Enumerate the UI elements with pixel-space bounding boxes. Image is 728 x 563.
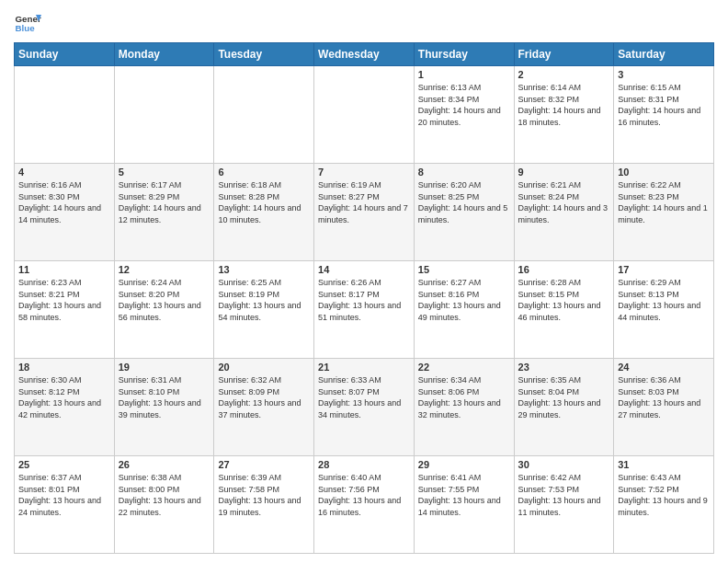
cell-text-line: Daylight: 13 hours and 27 minutes. bbox=[618, 397, 710, 420]
cell-text-line: Sunrise: 6:39 AM bbox=[218, 472, 310, 484]
cell-text-line: Daylight: 14 hours and 10 minutes. bbox=[218, 202, 310, 225]
cell-text-line: Sunset: 8:21 PM bbox=[18, 289, 110, 301]
cell-text-line: Sunrise: 6:43 AM bbox=[618, 472, 710, 484]
cell-text-line: Sunset: 7:56 PM bbox=[318, 484, 410, 496]
weekday-thursday: Thursday bbox=[414, 43, 514, 66]
calendar-cell: 27Sunrise: 6:39 AMSunset: 7:58 PMDayligh… bbox=[214, 456, 314, 554]
weekday-saturday: Saturday bbox=[614, 43, 714, 66]
cell-text-line: Daylight: 13 hours and 11 minutes. bbox=[518, 495, 610, 518]
day-number: 13 bbox=[218, 264, 310, 275]
calendar-cell: 3Sunrise: 6:15 AMSunset: 8:31 PMDaylight… bbox=[614, 66, 714, 164]
calendar-table: SundayMondayTuesdayWednesdayThursdayFrid… bbox=[14, 42, 714, 554]
cell-text-line: Sunrise: 6:25 AM bbox=[218, 277, 310, 289]
weekday-header-row: SundayMondayTuesdayWednesdayThursdayFrid… bbox=[15, 43, 714, 66]
day-number: 5 bbox=[119, 167, 210, 178]
day-number: 3 bbox=[618, 69, 710, 80]
calendar-cell: 23Sunrise: 6:35 AMSunset: 8:04 PMDayligh… bbox=[514, 359, 614, 456]
cell-text-line: Sunset: 8:34 PM bbox=[418, 94, 510, 106]
day-number: 19 bbox=[119, 362, 210, 373]
day-number: 28 bbox=[318, 459, 410, 470]
cell-text-line: Sunset: 8:17 PM bbox=[318, 289, 410, 301]
weekday-monday: Monday bbox=[114, 43, 214, 66]
calendar-cell: 28Sunrise: 6:40 AMSunset: 7:56 PMDayligh… bbox=[314, 456, 415, 554]
cell-text-line: Sunrise: 6:41 AM bbox=[418, 472, 510, 484]
day-number: 9 bbox=[518, 167, 610, 178]
cell-text-line: Daylight: 13 hours and 29 minutes. bbox=[518, 397, 610, 420]
cell-text-line: Sunrise: 6:31 AM bbox=[119, 374, 210, 386]
cell-text-line: Sunset: 8:23 PM bbox=[618, 191, 710, 203]
day-number: 31 bbox=[618, 459, 710, 470]
cell-text-line: Sunrise: 6:20 AM bbox=[418, 179, 510, 191]
cell-text-line: Sunset: 8:28 PM bbox=[218, 191, 310, 203]
logo-icon: General Blue bbox=[14, 9, 41, 37]
cell-text-line: Daylight: 14 hours and 12 minutes. bbox=[119, 202, 210, 225]
calendar-cell: 6Sunrise: 6:18 AMSunset: 8:28 PMDaylight… bbox=[214, 164, 314, 261]
cell-text-line: Daylight: 13 hours and 46 minutes. bbox=[518, 300, 610, 323]
weekday-tuesday: Tuesday bbox=[214, 43, 314, 66]
calendar-cell bbox=[214, 66, 314, 164]
cell-text-line: Daylight: 13 hours and 32 minutes. bbox=[418, 397, 510, 420]
cell-text-line: Daylight: 13 hours and 58 minutes. bbox=[18, 300, 110, 323]
cell-text-line: Sunrise: 6:37 AM bbox=[18, 472, 110, 484]
calendar-cell: 30Sunrise: 6:42 AMSunset: 7:53 PMDayligh… bbox=[514, 456, 614, 554]
cell-text-line: Sunset: 8:16 PM bbox=[418, 289, 510, 301]
cell-text-line: Sunrise: 6:28 AM bbox=[518, 277, 610, 289]
calendar-cell: 16Sunrise: 6:28 AMSunset: 8:15 PMDayligh… bbox=[514, 261, 614, 359]
cell-text-line: Sunrise: 6:40 AM bbox=[318, 472, 410, 484]
cell-text-line: Sunrise: 6:16 AM bbox=[18, 179, 110, 191]
cell-text-line: Daylight: 14 hours and 16 minutes. bbox=[618, 105, 710, 128]
cell-text-line: Daylight: 13 hours and 19 minutes. bbox=[218, 495, 310, 518]
cell-text-line: Daylight: 14 hours and 20 minutes. bbox=[418, 105, 510, 128]
cell-text-line: Daylight: 13 hours and 51 minutes. bbox=[318, 300, 410, 323]
day-number: 24 bbox=[618, 362, 710, 373]
calendar-cell: 20Sunrise: 6:32 AMSunset: 8:09 PMDayligh… bbox=[214, 359, 314, 456]
cell-text-line: Sunset: 8:15 PM bbox=[518, 289, 610, 301]
cell-text-line: Daylight: 13 hours and 22 minutes. bbox=[119, 495, 210, 518]
cell-text-line: Sunset: 8:30 PM bbox=[18, 191, 110, 203]
svg-text:Blue: Blue bbox=[16, 23, 36, 33]
day-number: 25 bbox=[18, 459, 110, 470]
cell-text-line: Sunrise: 6:29 AM bbox=[618, 277, 710, 289]
calendar-cell: 11Sunrise: 6:23 AMSunset: 8:21 PMDayligh… bbox=[15, 261, 115, 359]
cell-text-line: Daylight: 14 hours and 7 minutes. bbox=[318, 202, 410, 225]
cell-text-line: Sunset: 8:32 PM bbox=[518, 94, 610, 106]
cell-text-line: Sunset: 8:12 PM bbox=[18, 386, 110, 398]
cell-text-line: Daylight: 13 hours and 49 minutes. bbox=[418, 300, 510, 323]
cell-text-line: Sunrise: 6:33 AM bbox=[318, 374, 410, 386]
cell-text-line: Sunset: 8:13 PM bbox=[618, 289, 710, 301]
header: General Blue bbox=[14, 9, 714, 37]
day-number: 10 bbox=[618, 167, 710, 178]
cell-text-line: Sunrise: 6:14 AM bbox=[518, 82, 610, 94]
day-number: 11 bbox=[18, 264, 110, 275]
cell-text-line: Sunrise: 6:34 AM bbox=[418, 374, 510, 386]
day-number: 20 bbox=[218, 362, 310, 373]
calendar-cell: 15Sunrise: 6:27 AMSunset: 8:16 PMDayligh… bbox=[414, 261, 514, 359]
cell-text-line: Sunrise: 6:32 AM bbox=[218, 374, 310, 386]
cell-text-line: Sunrise: 6:22 AM bbox=[618, 179, 710, 191]
cell-text-line: Daylight: 13 hours and 16 minutes. bbox=[318, 495, 410, 518]
calendar-cell: 9Sunrise: 6:21 AMSunset: 8:24 PMDaylight… bbox=[514, 164, 614, 261]
cell-text-line: Sunset: 8:29 PM bbox=[119, 191, 210, 203]
day-number: 1 bbox=[418, 69, 510, 80]
day-number: 30 bbox=[518, 459, 610, 470]
day-number: 15 bbox=[418, 264, 510, 275]
calendar-cell: 22Sunrise: 6:34 AMSunset: 8:06 PMDayligh… bbox=[414, 359, 514, 456]
cell-text-line: Daylight: 13 hours and 44 minutes. bbox=[618, 300, 710, 323]
calendar-cell: 18Sunrise: 6:30 AMSunset: 8:12 PMDayligh… bbox=[15, 359, 115, 456]
day-number: 26 bbox=[119, 459, 210, 470]
cell-text-line: Sunset: 7:55 PM bbox=[418, 484, 510, 496]
cell-text-line: Daylight: 13 hours and 39 minutes. bbox=[119, 397, 210, 420]
week-row-2: 4Sunrise: 6:16 AMSunset: 8:30 PMDaylight… bbox=[15, 164, 714, 261]
cell-text-line: Sunset: 8:01 PM bbox=[18, 484, 110, 496]
day-number: 14 bbox=[318, 264, 410, 275]
week-row-1: 1Sunrise: 6:13 AMSunset: 8:34 PMDaylight… bbox=[15, 66, 714, 164]
calendar-cell: 8Sunrise: 6:20 AMSunset: 8:25 PMDaylight… bbox=[414, 164, 514, 261]
cell-text-line: Daylight: 14 hours and 18 minutes. bbox=[518, 105, 610, 128]
day-number: 21 bbox=[318, 362, 410, 373]
cell-text-line: Daylight: 13 hours and 37 minutes. bbox=[218, 397, 310, 420]
cell-text-line: Sunrise: 6:35 AM bbox=[518, 374, 610, 386]
cell-text-line: Daylight: 13 hours and 14 minutes. bbox=[418, 495, 510, 518]
cell-text-line: Sunset: 7:52 PM bbox=[618, 484, 710, 496]
week-row-4: 18Sunrise: 6:30 AMSunset: 8:12 PMDayligh… bbox=[15, 359, 714, 456]
calendar-cell bbox=[15, 66, 115, 164]
